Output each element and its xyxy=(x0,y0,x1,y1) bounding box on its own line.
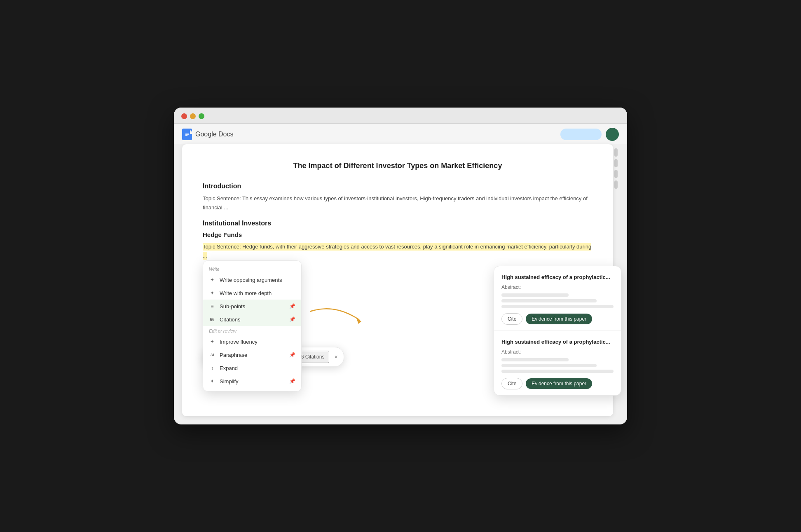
abstract-line xyxy=(501,358,569,361)
abstract-line xyxy=(501,305,614,308)
opposing-icon: ✦ xyxy=(209,277,215,283)
menu-item-citations[interactable]: 66 Citations 📌 xyxy=(203,313,301,326)
dropdown-menu: Write ✦ Write opposing arguments ✦ Write… xyxy=(203,260,302,391)
abstract-lines-2 xyxy=(501,358,614,373)
menu-item-left-2: ✦ Write with more depth xyxy=(209,290,272,296)
citation-card-1: High sustained efficacy of a prophylacti… xyxy=(494,266,621,331)
abstract-label-2: Abstract: xyxy=(501,349,614,355)
pin-icon-simplify: 📌 xyxy=(289,378,295,384)
menu-item-citations-label: Citations xyxy=(220,316,241,323)
avatar[interactable] xyxy=(606,128,619,141)
close-button[interactable] xyxy=(181,113,187,119)
pin-icon-paraphrase: 📌 xyxy=(289,352,295,358)
close-icon[interactable]: × xyxy=(331,352,341,362)
menu-item-left-8: ✦ Simplify xyxy=(209,378,239,384)
pin-icon-subpoints: 📌 xyxy=(289,303,295,309)
abstract-lines-1 xyxy=(501,293,614,308)
content-area: The Impact of Different Investor Types o… xyxy=(174,144,627,424)
scrollbar-indicator[interactable] xyxy=(614,170,618,178)
cite-button-2[interactable]: Cite xyxy=(501,378,522,389)
citations-label: 66 Citations xyxy=(298,354,324,360)
document-title: The Impact of Different Investor Types o… xyxy=(203,161,593,171)
menu-item-depth-label: Write with more depth xyxy=(220,290,272,296)
menu-item-left-5: ✦ Improve fluency xyxy=(209,338,258,345)
intro-paragraph: Topic Sentence: This essay examines how … xyxy=(203,194,593,212)
menu-edit-label: Edit or review xyxy=(203,326,301,335)
citations-menu-icon: 66 xyxy=(209,316,215,323)
menu-item-left-6: AI Paraphrase xyxy=(209,352,247,358)
menu-item-expand-label: Expand xyxy=(220,365,238,371)
abstract-line xyxy=(501,293,569,297)
gdocs-icon xyxy=(182,129,192,140)
menu-item-paraphrase[interactable]: AI Paraphrase 📌 xyxy=(203,348,301,361)
abstract-line xyxy=(501,370,614,373)
citation-actions-1: Cite Evidence from this paper xyxy=(501,313,614,325)
abstract-line xyxy=(501,299,597,302)
evidence-button-1[interactable]: Evidence from this paper xyxy=(526,314,592,324)
maximize-button[interactable] xyxy=(199,113,204,119)
menu-item-fluency[interactable]: ✦ Improve fluency xyxy=(203,335,301,348)
subsection-heading-hedge: Hedge Funds xyxy=(203,231,593,238)
menu-item-fluency-label: Improve fluency xyxy=(220,339,258,345)
menu-write-label: Write xyxy=(203,264,301,273)
depth-icon: ✦ xyxy=(209,290,215,296)
hedge-paragraph: Topic Sentence: Hedge funds, with their … xyxy=(203,242,593,260)
menu-item-opposing-label: Write opposing arguments xyxy=(220,277,282,283)
pin-icon-citations: 📌 xyxy=(289,316,295,322)
citation-actions-2: Cite Evidence from this paper xyxy=(501,378,614,389)
menu-item-left-4: 66 Citations xyxy=(209,316,241,323)
svg-marker-4 xyxy=(356,317,361,324)
app-name: Google Docs xyxy=(195,131,234,138)
section-heading-institutional: Institutional Investors xyxy=(203,220,593,227)
minimize-button[interactable] xyxy=(190,113,196,119)
menu-item-expand[interactable]: ↕ Expand xyxy=(203,361,301,375)
citation-title-2: High sustained efficacy of a prophylacti… xyxy=(501,338,614,346)
section-heading-intro: Introduction xyxy=(203,183,593,190)
menu-item-simplify[interactable]: ✦ Simplify 📌 xyxy=(203,375,301,388)
menu-item-depth[interactable]: ✦ Write with more depth xyxy=(203,286,301,300)
simplify-icon: ✦ xyxy=(209,378,215,384)
menu-item-subpoints-label: Sub-points xyxy=(220,303,245,309)
app-header: Google Docs xyxy=(174,124,627,144)
menu-item-subpoints[interactable]: ≡ Sub-points 📌 xyxy=(203,300,301,313)
menu-item-left: ✦ Write opposing arguments xyxy=(209,277,282,283)
fluency-icon: ✦ xyxy=(209,338,215,345)
traffic-lights xyxy=(181,113,204,119)
gdocs-logo: Google Docs xyxy=(182,129,234,140)
menu-item-simplify-label: Simplify xyxy=(220,378,239,384)
citation-title-1: High sustained efficacy of a prophylacti… xyxy=(501,274,614,281)
citation-card-2: High sustained efficacy of a prophylacti… xyxy=(494,331,621,395)
highlighted-text: Topic Sentence: Hedge funds, with their … xyxy=(203,243,591,260)
menu-item-opposing[interactable]: ✦ Write opposing arguments xyxy=(203,273,301,286)
arrow-container xyxy=(302,299,368,334)
evidence-button-2[interactable]: Evidence from this paper xyxy=(526,378,592,389)
scrollbar-indicator[interactable] xyxy=(614,148,618,157)
scrollbar-indicator[interactable] xyxy=(614,180,618,189)
menu-item-left-7: ↕ Expand xyxy=(209,365,238,371)
abstract-line xyxy=(501,364,597,367)
document-container: The Impact of Different Investor Types o… xyxy=(182,144,613,416)
citations-panel: High sustained efficacy of a prophylacti… xyxy=(494,266,621,396)
menu-item-paraphrase-label: Paraphrase xyxy=(220,352,247,358)
header-search-bar[interactable] xyxy=(560,129,602,140)
header-right xyxy=(560,128,619,141)
expand-icon: ↕ xyxy=(209,365,215,371)
scrollbar-indicator[interactable] xyxy=(614,159,618,167)
cite-button-1[interactable]: Cite xyxy=(501,313,522,325)
subpoints-menu-icon: ≡ xyxy=(209,303,215,309)
menu-item-left-3: ≡ Sub-points xyxy=(209,303,245,309)
browser-titlebar xyxy=(174,108,627,124)
browser-window: Google Docs The Impact of Different Inve… xyxy=(174,108,627,424)
abstract-label-1: Abstract: xyxy=(501,284,614,290)
paraphrase-icon: AI xyxy=(209,352,215,358)
